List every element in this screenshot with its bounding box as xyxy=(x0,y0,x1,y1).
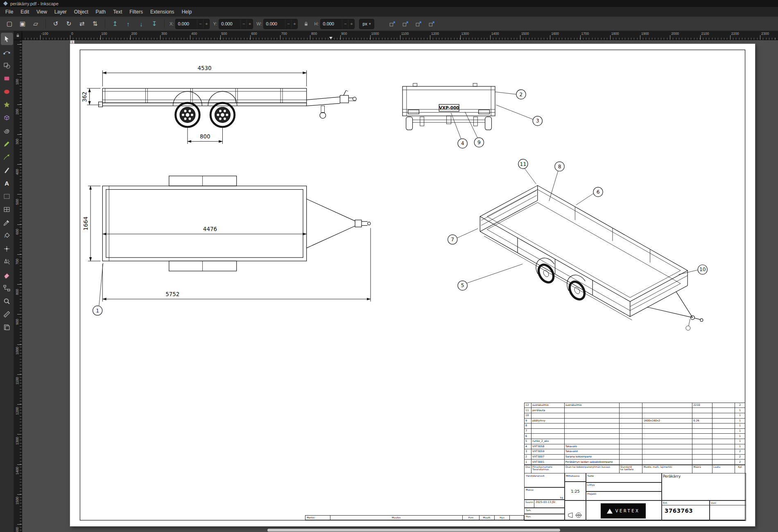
tool-mesh-gradient[interactable] xyxy=(1,203,13,215)
y-input[interactable]: 0.000 − + xyxy=(219,19,253,29)
w-input[interactable]: 0.000 − + xyxy=(263,19,298,29)
tool-eraser[interactable] xyxy=(1,269,13,281)
parts-cell xyxy=(692,434,712,439)
mass-cell: Massakg xyxy=(525,487,565,500)
menu-help[interactable]: Help xyxy=(178,8,196,16)
menu-filters[interactable]: Filters xyxy=(126,8,147,16)
tool-selector[interactable] xyxy=(1,33,13,45)
x-value[interactable]: 0.000 xyxy=(176,21,197,26)
tool-box-3d[interactable] xyxy=(1,111,13,124)
h-decrement-button[interactable]: − xyxy=(342,19,348,29)
y-value[interactable]: 0.000 xyxy=(219,21,240,26)
tool-calligraphy[interactable] xyxy=(1,164,13,176)
transform-gradients-toggle[interactable] xyxy=(413,18,425,29)
pages-icon xyxy=(3,324,10,331)
parts-cell: perälauta xyxy=(531,408,565,413)
flip-horizontal-button[interactable]: ⇄ xyxy=(76,18,88,29)
tool-pen[interactable] xyxy=(1,151,13,163)
transform-stroke-toggle[interactable] xyxy=(387,18,399,29)
menu-file[interactable]: File xyxy=(2,8,17,16)
v-ruler-label: 900 xyxy=(15,319,19,325)
h-input[interactable]: 0.000 − + xyxy=(320,19,355,29)
menu-text[interactable]: Text xyxy=(109,8,126,16)
flip-vertical-button[interactable]: ⇅ xyxy=(89,18,101,29)
revision-cell: Muutos xyxy=(330,516,463,520)
tool-pages[interactable] xyxy=(1,321,13,333)
h-ruler-label: 1800 xyxy=(611,32,619,36)
w-increment-button[interactable]: + xyxy=(291,19,297,29)
transform-patterns-toggle[interactable] xyxy=(426,18,438,29)
w-value[interactable]: 0.000 xyxy=(264,21,285,26)
menu-path[interactable]: Path xyxy=(92,8,110,16)
menu-object[interactable]: Object xyxy=(70,8,92,16)
tool-node-editor[interactable] xyxy=(1,46,13,58)
tool-pencil[interactable] xyxy=(1,138,13,150)
tool-spiral[interactable] xyxy=(1,125,13,137)
select-all-layers-button[interactable]: ▣ xyxy=(16,18,29,29)
tool-tweak[interactable] xyxy=(1,242,13,255)
menu-extensions[interactable]: Extensions xyxy=(147,8,178,16)
tool-spray[interactable] xyxy=(1,256,13,268)
ruler-corner[interactable] xyxy=(14,31,22,40)
v-ruler-label: 200 xyxy=(15,109,19,115)
tool-ellipse[interactable] xyxy=(1,85,13,97)
tool-dropper[interactable] xyxy=(1,216,13,229)
select-all-button[interactable]: ▢ xyxy=(3,18,16,29)
parts-cell xyxy=(642,408,692,413)
v-ruler-label: 1000 xyxy=(15,347,19,355)
ruler-vertical[interactable]: 1002003004005006007008009001000110012001… xyxy=(14,40,22,532)
parts-cell xyxy=(642,449,692,455)
tool-zoom[interactable] xyxy=(1,295,13,307)
deselect-button[interactable]: ▱ xyxy=(29,18,42,29)
page[interactable]: 4530 362 800 xyxy=(70,44,755,526)
y-decrement-button[interactable]: − xyxy=(240,19,247,29)
tool-connector[interactable] xyxy=(1,282,13,294)
tool-text[interactable] xyxy=(1,177,13,189)
h-ruler-label: 1400 xyxy=(491,32,499,36)
w-decrement-button[interactable]: − xyxy=(285,19,291,29)
lower-to-bottom-button[interactable]: ↧ xyxy=(148,18,161,29)
product-label-cell: Tuote xyxy=(586,473,662,482)
parts-cell: päätylevy xyxy=(531,419,565,424)
parts-cell: 1 xyxy=(735,413,745,419)
v-ruler-label: 400 xyxy=(15,169,19,174)
h-increment-button[interactable]: + xyxy=(348,19,354,29)
x-input[interactable]: 0.000 − + xyxy=(175,19,210,29)
h-value[interactable]: 0.000 xyxy=(321,21,342,26)
y-field-group: Y: 0.000 − + xyxy=(213,19,253,29)
menu-edit[interactable]: Edit xyxy=(17,8,33,16)
menu-layer[interactable]: Layer xyxy=(51,8,70,16)
tool-shape-builder[interactable] xyxy=(1,59,13,71)
tool-gradient[interactable] xyxy=(1,190,13,202)
raise-to-top-button[interactable]: ↥ xyxy=(109,18,121,29)
horizontal-scrollbar-thumb[interactable] xyxy=(267,529,560,532)
y-increment-button[interactable]: + xyxy=(247,19,253,29)
toolbox xyxy=(0,31,14,532)
parts-cell xyxy=(620,403,643,408)
x-increment-button[interactable]: + xyxy=(203,19,209,29)
menu-view[interactable]: View xyxy=(33,8,51,16)
canvas[interactable]: 1 xyxy=(22,40,778,532)
callout-2: 2 xyxy=(516,90,526,99)
h-ruler-label: 1300 xyxy=(461,32,469,36)
page-badge[interactable]: 1 xyxy=(70,40,75,44)
lock-ratio-button[interactable] xyxy=(300,18,312,29)
projection-symbol xyxy=(567,512,584,518)
raise-button[interactable]: ↑ xyxy=(122,18,134,29)
rotate-cw-button[interactable]: ↻ xyxy=(63,18,75,29)
x-decrement-button[interactable]: − xyxy=(197,19,203,29)
tool-rectangle[interactable] xyxy=(1,72,13,84)
tool-measure[interactable] xyxy=(1,308,13,320)
rotate-ccw-button[interactable]: ↺ xyxy=(50,18,62,29)
unit-select[interactable]: px ▾ xyxy=(359,19,374,29)
parts-cell xyxy=(620,449,643,455)
ruler-horizontal[interactable]: -100010020030040050060070080090010001100… xyxy=(22,31,778,40)
tool-star[interactable] xyxy=(1,98,13,111)
lower-button[interactable]: ↓ xyxy=(135,18,147,29)
box-3d-icon xyxy=(3,114,10,121)
tool-paint-bucket[interactable] xyxy=(1,229,13,242)
transform-corners-toggle[interactable] xyxy=(400,18,412,29)
selector-icon xyxy=(3,36,10,43)
wheel xyxy=(210,103,235,127)
parts-cell: 1 xyxy=(735,439,745,444)
